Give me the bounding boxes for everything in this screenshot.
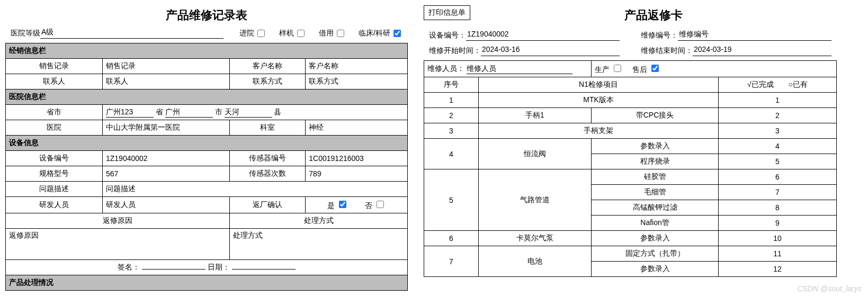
region-prov: 广州 [165,107,213,118]
item-cell: 固定方式（扎带） [592,246,719,262]
val-sensor-count: 789 [306,166,408,182]
lbl-contact: 联系人 [6,74,103,89]
yes-label: 是 [327,201,335,210]
ck-proto[interactable] [297,30,305,37]
val-region: 广州123 省 广州 市 天河 县 [103,105,408,120]
val-contact: 联系人 [103,74,230,89]
r-lbl-after: 售后 [632,65,647,74]
group-cell: 卡莫尔气泵 [479,231,592,246]
sign-row: 签名： 日期： [6,260,408,275]
hospital-level-value: A级 [40,28,223,39]
status-cell: 10 [719,231,837,246]
lbl-contact-way: 联系方式 [230,74,306,89]
r-val-device-no: 1Z19040002 [466,30,620,41]
ck-no[interactable] [377,201,384,208]
group-cell: MTK版本 [479,93,719,108]
product-return-card: 打印信息单 产品返修卡 设备编号：1Z19040002 维修编号：维修编号 维修… [424,5,837,291]
r-lbl-start: 维修开始时间： [429,46,481,56]
seq-cell: 5 [424,169,479,231]
lbl-device-no: 设备编号 [6,151,103,166]
lbl-rd: 研发人员 [6,197,103,213]
val-contact-way: 联系方式 [306,74,408,89]
status-cell: 2 [719,108,837,123]
item-cell: Nafion管 [592,216,719,231]
ck-proto-label: 样机 [279,29,294,38]
status-cell: 3 [719,123,837,139]
ck-borrow[interactable] [337,30,344,37]
status-cell: 11 [719,246,837,262]
ck-yes[interactable] [339,201,346,208]
r-lbl-produce: 生产 [595,65,610,74]
r-lbl-device-no: 设备编号： [429,31,466,40]
lbl-sensor-count: 传感器次数 [230,166,306,182]
lbl-hospital: 医院 [6,120,103,136]
group-cell: 手柄支架 [479,123,719,139]
sec-device: 设备信息 [6,136,408,151]
item-cell: 参数录入 [592,139,719,154]
table-row: 7电池固定方式（扎带）11 [424,246,837,262]
lbl-handle-way: 处理方式 [230,213,408,229]
sec-hospital: 医院信息栏 [6,89,408,105]
ck-clinical[interactable] [393,30,401,37]
left-top-options: 医院等级 A级 进院 样机 借用 临床/科研 [5,28,408,39]
lbl-customer: 客户名称 [230,59,306,74]
r-type-cell: 生产 售后 [592,61,837,77]
group-cell: 气路管道 [479,169,592,231]
seq-cell: 2 [424,108,479,123]
lbl-spec: 规格型号 [6,166,103,182]
val-device-no: 1Z19040002 [103,151,230,166]
item-cell: 程序烧录 [592,154,719,169]
val-hospital: 中山大学附属第一医院 [103,120,230,136]
status-cell: 1 [719,93,837,108]
r-val-end: 2024-03-19 [693,45,831,56]
lbl-problem: 问题描述 [6,182,103,197]
item-cell: 毛细管 [592,185,719,200]
ck-after[interactable] [651,65,659,72]
status-cell: 7 [719,185,837,200]
seq-cell: 4 [424,139,479,169]
lbl-return-reason: 返修原因 [6,213,230,229]
table-row: 1MTK版本1 [424,93,837,108]
status-cell: 9 [719,216,837,231]
hospital-level-label: 医院等级 [11,29,40,38]
table-row: 4恒流阀参数录入4 [424,139,837,154]
status-cell: 5 [719,154,837,169]
r-lbl-end: 维修结束时间： [641,46,693,56]
table-row: 6卡莫尔气泵参数录入10 [424,231,837,246]
ck-borrow-label: 借用 [319,29,334,38]
right-title: 产品返修卡 [470,7,837,23]
item-cell: 参数录入 [592,231,719,246]
table-row: 2手柄1带CPC接头2 [424,108,837,123]
left-table: 经销信息栏 销售记录 销售记录 客户名称 客户名称 联系人 联系人 联系方式 联… [5,43,408,291]
product-repair-record-form: 产品维修记录表 医院等级 A级 进院 样机 借用 临床/科研 经销信息栏 销售记… [5,5,408,291]
table-row: 5气路管道硅胶管6 [424,169,837,185]
val-problem: 问题描述 [103,182,408,197]
item-cell: 高锰酸钾过滤 [592,200,719,216]
ck-enter[interactable] [257,30,265,37]
region-prov-lbl: 省 [156,107,163,116]
ck-enter-label: 进院 [239,29,254,38]
region-county-lbl: 县 [274,107,281,116]
table-row: 3手柄支架3 [424,123,837,139]
item-cell: 硅胶管 [592,169,719,185]
left-title: 产品维修记录表 [5,7,408,23]
hdr-project: N1检修项目 [479,77,719,93]
region-code: 广州123 [106,107,154,118]
seq-cell: 3 [424,123,479,139]
val-customer: 客户名称 [306,59,408,74]
item-cell: 参数录入 [592,262,719,277]
lbl-region: 省市 [6,105,103,120]
val-handle-way: 处理方式 [230,229,408,260]
r-lbl-repair-person: 维修人员： [427,64,464,73]
r-lbl-repair-no: 维修编号： [641,31,678,40]
ck-produce[interactable] [614,65,621,72]
status-cell: 12 [719,262,837,277]
val-sensor-no: 1C00191216003 [306,151,408,166]
print-button[interactable]: 打印信息单 [424,5,470,20]
val-department: 神经 [306,120,408,136]
no-label: 否 [365,201,372,210]
r-repair-person-cell: 维修人员： 维修人员 [424,61,592,77]
region-city-lbl: 市 [215,107,222,116]
group-cell: 恒流阀 [479,139,592,169]
val-sales-record: 销售记录 [103,59,230,74]
